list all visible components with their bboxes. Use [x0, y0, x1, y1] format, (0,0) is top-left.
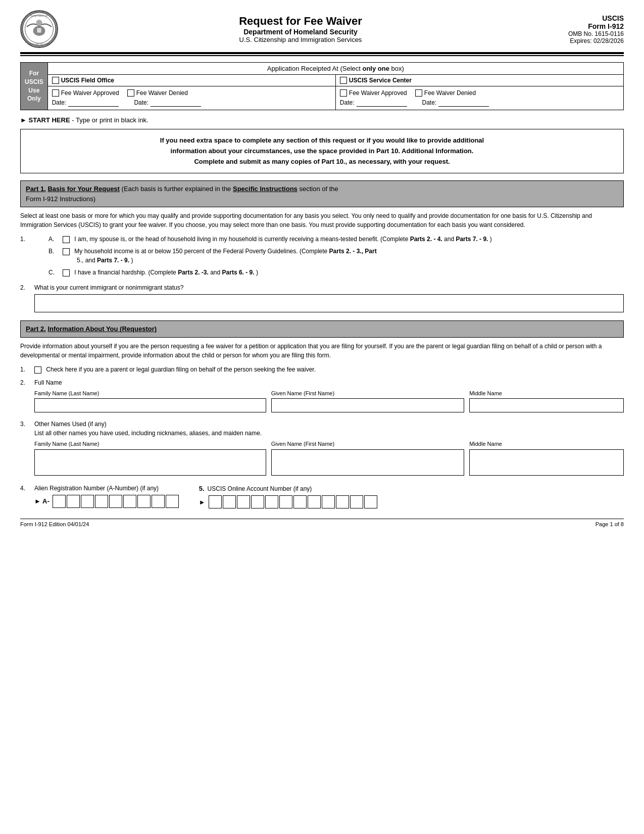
uscis-box-7[interactable]: [293, 495, 307, 508]
fee-waiver-denied-1-checkbox[interactable]: [127, 89, 134, 97]
part2-item4-content: Alien Registration Number (A-Number) (if…: [34, 484, 624, 509]
part1-item1b-checkbox[interactable]: [63, 248, 70, 255]
anumber-box-9[interactable]: [166, 495, 179, 508]
part1-item1c: C. I have a financial hardship. (Complet…: [48, 268, 624, 277]
uscis-box-9[interactable]: [322, 495, 335, 508]
part2-item1-checkbox[interactable]: [34, 366, 41, 374]
uscis-box-4[interactable]: [251, 495, 264, 508]
date-input-4[interactable]: [438, 99, 489, 107]
given-name-label: Given Name (First Name): [271, 389, 464, 398]
middle-name-input[interactable]: [469, 398, 624, 412]
part2-title: Information About You (Requestor): [47, 325, 157, 333]
fee-waiver-denied-2-label: Fee Waiver Denied: [424, 89, 476, 97]
service-center-label: USCIS Service Center: [349, 77, 412, 84]
part1-label: Part 1.: [26, 185, 46, 193]
anumber-box-6[interactable]: [123, 495, 136, 508]
part1-item1c-content: I have a financial hardship. (Complete P…: [63, 268, 624, 277]
anumber-box-7[interactable]: [137, 495, 151, 508]
field-office-checkbox[interactable]: [52, 77, 59, 84]
start-here-subtext: - Type or print in black ink.: [72, 116, 148, 124]
part1-item2-num: 2.: [20, 283, 34, 316]
fee-waiver-approved-1-checkbox[interactable]: [52, 89, 59, 97]
fee-waiver-approved-2-checkbox[interactable]: [340, 89, 347, 97]
part1-item1b-bold3: Parts 7. - 9.: [97, 257, 129, 264]
family-name-input[interactable]: [34, 398, 266, 412]
part2-item4-5: 4. Alien Registration Number (A-Number) …: [20, 484, 624, 509]
uscis-box-8[interactable]: [308, 495, 321, 508]
part1-item1c-text: I have a financial hardship. (Complete: [74, 269, 178, 276]
fee-waiver-approved-1-label: Fee Waiver Approved: [61, 89, 119, 97]
part1-item1c-bold1: Parts 2. -3.: [178, 269, 209, 276]
date-label-4: Date:: [422, 99, 437, 106]
omb-number: OMB No. 1615-0116: [543, 30, 624, 37]
part1-item1a-close: ): [490, 236, 492, 243]
uscis-use-table: ForUSCISUseOnly Application Receipted At…: [20, 62, 624, 110]
part1-item1b: B. My household income is at or below 15…: [48, 247, 624, 265]
part1-numbered-section: 1. A. I am, my spouse is, or the head of…: [20, 235, 624, 316]
field-office-label: USCIS Field Office: [61, 77, 114, 84]
anumber-boxes: ► A-: [34, 495, 179, 508]
part1-item1a-content: I am, my spouse is, or the head of house…: [63, 235, 624, 244]
uscis-box-5[interactable]: [265, 495, 278, 508]
date-input-2[interactable]: [151, 99, 201, 107]
part1-item1b-label: B.: [48, 247, 63, 265]
service-center-checkbox[interactable]: [340, 77, 347, 84]
expiration-date: Expires: 02/28/2026: [543, 37, 624, 44]
anumber-box-2[interactable]: [67, 495, 80, 508]
uscis-box-3[interactable]: [237, 495, 250, 508]
date-input-3[interactable]: [357, 99, 407, 107]
part2-label: Part 2.: [26, 325, 46, 333]
uscis-box-1[interactable]: [209, 495, 222, 508]
info-box: If you need extra space to complete any …: [20, 129, 624, 173]
uscis-box-2[interactable]: [223, 495, 236, 508]
part2-item3-num: 3.: [20, 420, 34, 480]
anumber-box-3[interactable]: [81, 495, 94, 508]
uscis-box-11[interactable]: [350, 495, 363, 508]
part2-item1-num: 1.: [20, 365, 34, 374]
part2-header: Part 2. Information About You (Requestor…: [20, 320, 624, 338]
part1-item1a-bold2: Parts 7. - 9.: [456, 236, 488, 243]
uscis-box-10[interactable]: [336, 495, 349, 508]
date-label-1: Date:: [52, 99, 67, 106]
part1-item1b-bold1: Parts 2. - 3.,: [329, 248, 363, 255]
part1-item1c-label: C.: [48, 268, 63, 277]
part2-item3-text: Other Names Used (if any): [34, 421, 107, 428]
service-center-header: USCIS Service Center: [335, 75, 623, 86]
anumber-label: Alien Registration Number (A-Number) (if…: [34, 484, 179, 493]
part1-item2-input[interactable]: [34, 294, 624, 312]
part1-item1c-checkbox[interactable]: [63, 269, 70, 276]
page-footer: Form I-912 Edition 04/01/24 Page 1 of 8: [20, 519, 624, 527]
given-name-input[interactable]: [271, 398, 464, 412]
anumber-box-1[interactable]: [53, 495, 66, 508]
svg-rect-4: [37, 28, 41, 33]
anumber-prefix: ► A-: [34, 496, 49, 506]
other-middle-name-input[interactable]: [469, 449, 624, 476]
given-name-group: Given Name (First Name): [271, 389, 464, 413]
part1-item1a-text: I am, my spouse is, or the head of house…: [74, 236, 410, 243]
part1-intro: (Each basis is further explained in the: [122, 185, 233, 193]
service-center-waiver-row: Fee Waiver Approved Fee Waiver Denied Da…: [335, 86, 623, 110]
footer-right: Page 1 of 8: [596, 521, 624, 527]
part2-item4-num: 4.: [20, 484, 34, 493]
uscis-box-6[interactable]: [279, 495, 292, 508]
other-family-name-input[interactable]: [34, 449, 266, 476]
part1-item1a: A. I am, my spouse is, or the head of ho…: [48, 235, 624, 244]
other-given-name-input[interactable]: [271, 449, 464, 476]
part1-item1a-checkbox[interactable]: [63, 236, 70, 243]
anumber-box-5[interactable]: [109, 495, 122, 508]
part2-body-text: Provide information about yourself if yo…: [20, 342, 624, 360]
part1-item1b-text: My household income is at or below 150 p…: [74, 248, 329, 255]
anumber-box-4[interactable]: [95, 495, 108, 508]
uscis-box-12[interactable]: [364, 495, 377, 508]
uscis-account-label: USCIS Online Account Number (if any): [208, 484, 312, 493]
anumber-group: Alien Registration Number (A-Number) (if…: [34, 484, 179, 508]
middle-name-label: Middle Name: [469, 389, 624, 398]
part2-other-name-fields: Family Name (Last Name) Given Name (Firs…: [34, 440, 624, 476]
part2-item3: 3. Other Names Used (if any) List all ot…: [20, 420, 624, 480]
fee-waiver-denied-2-checkbox[interactable]: [415, 89, 422, 97]
anumber-box-8[interactable]: [152, 495, 165, 508]
svg-text:HOMELAND SECURITY: HOMELAND SECURITY: [28, 43, 50, 45]
part2-item2: 2. Full Name Family Name (Last Name) Giv…: [20, 378, 624, 417]
part1-item1c-bold2: Parts 6. - 9.: [222, 269, 255, 276]
date-input-1[interactable]: [68, 99, 119, 107]
